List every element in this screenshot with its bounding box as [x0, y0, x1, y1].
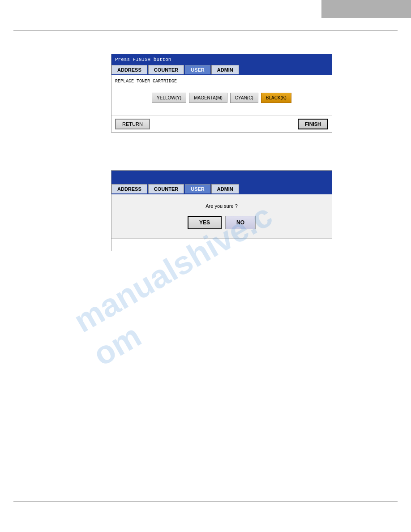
confirm-buttons-group: YES NO — [188, 216, 256, 229]
magenta-button[interactable]: MAGENTA(M) — [189, 93, 227, 103]
panel1-tab-user[interactable]: USER — [185, 65, 210, 74]
panel1-tab-admin[interactable]: ADMIN — [211, 65, 239, 74]
black-button[interactable]: BLACK(K) — [261, 93, 291, 103]
return-button[interactable]: RETURN — [115, 119, 150, 129]
panel2-tab-bar: ADDRESS COUNTER USER ADMIN — [111, 184, 332, 194]
finish-button[interactable]: FINISH — [298, 119, 328, 129]
panel1-tab-counter[interactable]: COUNTER — [148, 65, 184, 74]
yes-button[interactable]: YES — [188, 216, 222, 229]
yellow-button[interactable]: YELLOW(Y) — [152, 93, 186, 103]
panel2-tab-admin[interactable]: ADMIN — [211, 184, 239, 193]
panel2-tab-counter[interactable]: COUNTER — [148, 184, 184, 193]
bottom-rule — [13, 501, 398, 502]
confirm-text: Are you sure ? — [206, 203, 238, 209]
panel1-content: REPLACE TONER CARTRIDGE YELLOW(Y) MAGENT… — [111, 75, 332, 116]
cyan-button[interactable]: CYAN(C) — [230, 93, 258, 103]
panel2-header — [111, 171, 332, 184]
replace-label: REPLACE TONER CARTRIDGE — [115, 79, 328, 84]
panel2: ADDRESS COUNTER USER ADMIN Are you sure … — [111, 170, 332, 251]
panel2-tab-user[interactable]: USER — [185, 184, 210, 193]
panel1-tab-address[interactable]: ADDRESS — [111, 65, 147, 74]
confirm-content: Are you sure ? YES NO — [111, 194, 332, 238]
color-buttons-group: YELLOW(Y) MAGENTA(M) CYAN(C) BLACK(K) — [115, 93, 328, 103]
panel2-footer — [111, 238, 332, 251]
top-bar — [321, 0, 411, 18]
top-rule — [13, 30, 398, 31]
panel1-tab-bar: ADDRESS COUNTER USER ADMIN — [111, 65, 332, 75]
panel1: Press FINISH button ADDRESS COUNTER USER… — [111, 54, 332, 133]
panel1-title: Press FINISH button — [111, 54, 332, 65]
panel2-tab-address[interactable]: ADDRESS — [111, 184, 147, 193]
no-button[interactable]: NO — [225, 216, 256, 229]
panel1-footer: RETURN FINISH — [111, 116, 332, 132]
